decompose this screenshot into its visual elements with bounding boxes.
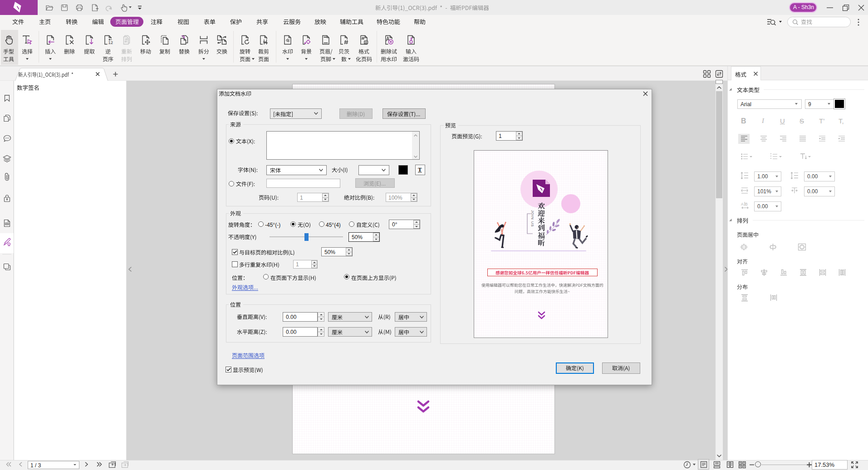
svg-text:A: A xyxy=(741,202,744,206)
svg-text:B: B xyxy=(745,202,748,206)
svg-text:12: 12 xyxy=(108,40,113,45)
